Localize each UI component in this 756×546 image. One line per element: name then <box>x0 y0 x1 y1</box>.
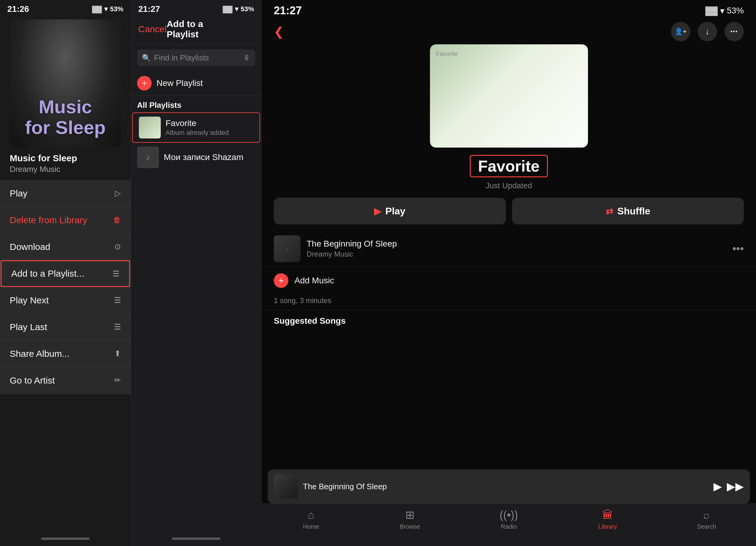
album-card: Musicfor Sleep <box>10 19 121 147</box>
shuffle-button[interactable]: ⇄ Shuffle <box>512 198 744 225</box>
song-row-0: ♪ The Beginning Of Sleep Dreamy Music ••… <box>262 231 756 267</box>
menu-item-download[interactable]: Download ⊙ <box>0 234 131 260</box>
play-next-icon: ☰ <box>114 295 121 305</box>
song-artist-0: Dreamy Music <box>307 250 726 259</box>
now-playing-controls: ▶ ▶▶ <box>713 480 744 493</box>
trash-icon: 🗑 <box>113 215 121 225</box>
person-add-icon: 👤+ <box>675 28 687 36</box>
now-playing-play-button[interactable]: ▶ <box>713 480 722 493</box>
menu-item-delete[interactable]: Delete from Library 🗑 <box>0 207 131 234</box>
panel-3: 21:27 ▓▓ ▾ 53% ❮ 👤+ ↓ ••• Favorite <box>261 0 756 546</box>
now-playing-title: The Beginning Of Sleep <box>303 482 709 491</box>
album-background: Musicfor Sleep <box>10 19 121 147</box>
song-count: 1 song, 3 minutes <box>262 294 756 310</box>
song-art-0: ♪ <box>274 235 301 262</box>
panel2-header: Cancel Add to a Playlist <box>131 16 261 45</box>
album-figure <box>10 19 121 147</box>
song-more-button[interactable]: ••• <box>732 242 744 255</box>
new-playlist-button[interactable]: + New Playlist <box>131 71 261 96</box>
home-indicator-1 <box>41 537 90 540</box>
favorite-thumb <box>139 117 161 139</box>
share-icon: ⬆ <box>114 349 121 358</box>
menu-item-download-label: Download <box>10 242 50 252</box>
download-icon: ⊙ <box>114 242 121 252</box>
now-playing-skip-button[interactable]: ▶▶ <box>727 480 744 493</box>
tab-radio[interactable]: ((•)) Radio <box>459 509 558 530</box>
shuffle-btn-icon: ⇄ <box>606 206 613 217</box>
favorite-name: Favorite <box>166 119 253 128</box>
tab-search[interactable]: ⌕ Search <box>657 509 756 530</box>
menu-item-share[interactable]: Share Album... ⬆ <box>0 340 131 367</box>
context-menu: Play ▷ Delete from Library 🗑 Download ⊙ … <box>0 180 131 394</box>
home-icon: ⌂ <box>308 509 314 521</box>
wifi-icon-3: ▾ <box>720 6 724 16</box>
add-music-plus-icon: + <box>274 273 288 288</box>
download-icon-p3: ↓ <box>706 27 710 36</box>
playlist-item-favorite[interactable]: Favorite Album already added <box>132 112 260 143</box>
radio-icon: ((•)) <box>500 509 518 521</box>
playlist-artwork: Favorite <box>430 44 588 148</box>
playlist-subtitle: Just Updated <box>262 181 756 191</box>
signal-icon-2: ▓▓ <box>223 5 232 13</box>
play-btn-icon: ▶ <box>374 206 381 217</box>
mic-icon: 🎙 <box>243 54 250 62</box>
time-1: 21:26 <box>7 4 29 14</box>
menu-item-delete-label: Delete from Library <box>10 215 87 225</box>
status-icons-3: ▓▓ ▾ 53% <box>705 6 744 16</box>
plus-icon: + <box>137 76 152 91</box>
signal-icon-1: ▓▓ <box>92 5 102 13</box>
suggested-header: Suggested Songs <box>262 310 756 329</box>
tab-library-label: Library <box>598 523 617 530</box>
shazam-info: Мои записи Shazam <box>164 153 255 162</box>
more-button[interactable]: ••• <box>724 22 744 41</box>
song-info-0: The Beginning Of Sleep Dreamy Music <box>307 239 726 259</box>
tab-home-label: Home <box>303 523 319 530</box>
menu-item-add-playlist[interactable]: Add to a Playlist... ☰ <box>1 260 130 287</box>
more-icon: ••• <box>730 29 738 35</box>
artwork-label: Favorite <box>436 50 458 57</box>
back-button[interactable]: ❮ <box>274 25 284 39</box>
person-add-button[interactable]: 👤+ <box>671 22 690 41</box>
tab-browse-label: Browse <box>400 523 420 530</box>
menu-item-play-last[interactable]: Play Last ☰ <box>0 314 131 340</box>
artwork-container: Favorite <box>262 44 756 148</box>
now-playing-thumb <box>274 474 298 499</box>
signal-icon-3: ▓▓ <box>705 6 718 15</box>
browse-icon: ⊞ <box>405 509 414 521</box>
cancel-button[interactable]: Cancel <box>138 24 167 34</box>
panel2-title: Add to a Playlist <box>167 19 232 40</box>
album-meta: Music for Sleep Dreamy Music <box>0 153 131 179</box>
menu-item-share-label: Share Album... <box>10 348 70 359</box>
add-music-label: Add Music <box>294 276 334 285</box>
song-name-0: The Beginning Of Sleep <box>307 239 726 249</box>
menu-item-play-next-label: Play Next <box>10 295 49 305</box>
menu-item-play[interactable]: Play ▷ <box>0 180 131 207</box>
album-title: Music for Sleep <box>10 153 121 163</box>
search-bar[interactable]: 🔍 Find in Playlists 🎙 <box>137 50 255 66</box>
time-3: 21:27 <box>274 4 302 17</box>
new-playlist-label: New Playlist <box>156 78 203 88</box>
status-bar-3: 21:27 <box>274 4 705 17</box>
add-music-row[interactable]: + Add Music <box>262 267 756 294</box>
playlist-item-shazam[interactable]: ♪ Мои записи Shazam <box>131 143 261 172</box>
status-icons-1: ▓▓ ▾ 53% <box>92 5 123 13</box>
favorite-subtitle: Album already added <box>166 129 253 137</box>
play-button[interactable]: ▶ Play <box>274 198 506 225</box>
menu-item-play-next[interactable]: Play Next ☰ <box>0 287 131 314</box>
all-playlists-header: All Playlists <box>131 96 261 112</box>
status-bar-2: 21:27 ▓▓ ▾ 53% <box>131 0 261 16</box>
home-indicator-2 <box>172 537 221 540</box>
favorite-info: Favorite Album already added <box>166 119 253 137</box>
tab-browse[interactable]: ⊞ Browse <box>360 509 459 530</box>
panel-2: 21:27 ▓▓ ▾ 53% Cancel Add to a Playlist … <box>131 0 261 546</box>
play-shuffle-row: ▶ Play ⇄ Shuffle <box>262 191 756 225</box>
tab-library[interactable]: 🏛 Library <box>558 509 657 530</box>
tab-home[interactable]: ⌂ Home <box>262 509 360 530</box>
battery-icon-1: 53% <box>110 5 123 13</box>
status-bar-1: 21:26 ▓▓ ▾ 53% <box>0 0 131 16</box>
play-btn-label: Play <box>385 206 405 217</box>
play-last-icon: ☰ <box>114 322 121 331</box>
download-button[interactable]: ↓ <box>698 22 717 41</box>
panel-1: 21:26 ▓▓ ▾ 53% Musicfor Sleep Music for … <box>0 0 131 546</box>
menu-item-go-artist[interactable]: Go to Artist ✏ <box>0 367 131 394</box>
